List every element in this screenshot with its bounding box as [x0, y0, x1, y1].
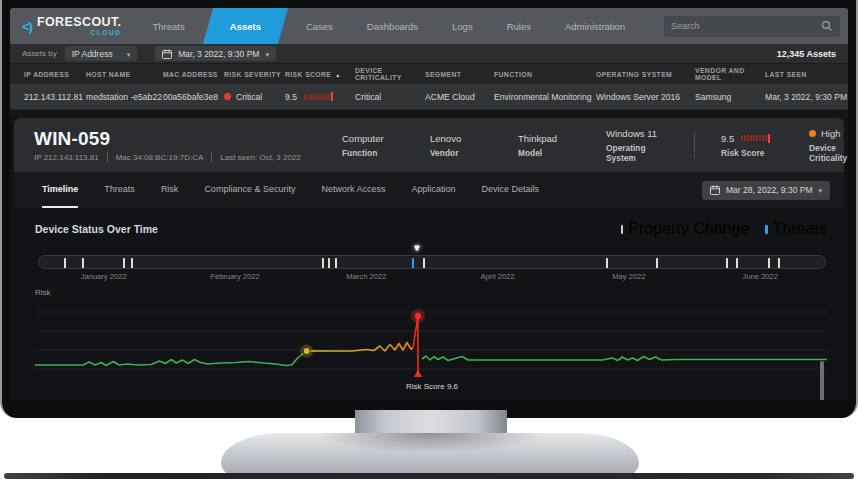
legend: Property ChangeThreats [621, 220, 827, 238]
spike-dot[interactable] [415, 313, 421, 319]
column-header-last-seen[interactable]: LAST SEEN [765, 71, 848, 78]
vertical-scrollbar[interactable] [820, 361, 824, 400]
forescout-logo-text: FORESCOUT. CLOUD [37, 16, 122, 36]
tab-threats[interactable]: Threats [104, 172, 135, 208]
property-change-tick[interactable] [423, 258, 425, 268]
property-label: Device Criticality [809, 143, 848, 163]
property-change-tick[interactable] [64, 258, 66, 268]
cell-mac-address: 00a56bafe3e8 [163, 92, 224, 102]
property-change-tick[interactable] [606, 258, 608, 268]
nav-item-logs[interactable]: Logs [435, 8, 490, 44]
property-divider [694, 131, 695, 159]
property-value: Windows 11 [606, 128, 668, 139]
nav-item-label: Dashboards [367, 21, 418, 32]
timeline-date-value: Mar 28, 2022, 9:30 PM [726, 185, 812, 195]
property-change-tick[interactable] [335, 258, 337, 268]
column-header-segment[interactable]: SEGMENT [425, 71, 494, 78]
timeline-bar[interactable] [38, 255, 826, 269]
month-label: April 2022 [432, 272, 563, 281]
legend-property-change[interactable]: Property Change [621, 220, 749, 238]
legend-label: Threats [773, 220, 827, 238]
property-change-tick[interactable] [778, 258, 780, 268]
cell-value: Environmental Monitoring [494, 92, 591, 102]
property-change-tick[interactable] [656, 258, 658, 268]
top-navbar: <) FORESCOUT. CLOUD ThreatsAssetsCasesDa… [10, 8, 848, 44]
yellow-marker[interactable] [303, 348, 310, 355]
property-change-tick[interactable] [131, 258, 133, 268]
table-header-row: IP ADDRESSHOST NAMEMAC ADDRESSRISK SEVER… [10, 64, 848, 84]
gauge-bar [759, 135, 761, 141]
section-title: Device Status Over Time [35, 223, 158, 235]
column-header-ip-address[interactable]: IP ADDRESS [24, 71, 86, 78]
column-header-vendor-and-model[interactable]: VENDOR AND MODEL [695, 67, 765, 81]
forescout-logo: <) FORESCOUT. CLOUD [10, 8, 135, 44]
property-change-tick[interactable] [726, 258, 728, 268]
spike-triangle-icon [414, 370, 422, 377]
critical-severity-icon [224, 93, 231, 100]
column-header-host-name[interactable]: HOST NAME [86, 71, 163, 78]
threat-tick[interactable] [412, 258, 414, 268]
nav-item-administration[interactable]: Administration [548, 8, 642, 44]
cell-function: Environmental Monitoring [494, 92, 596, 102]
column-header-mac-address[interactable]: MAC ADDRESS [163, 71, 224, 78]
property-change-tick[interactable] [123, 258, 125, 268]
nav-item-rules[interactable]: Rules [490, 8, 548, 44]
tab-risk[interactable]: Risk [161, 172, 179, 208]
section-gap [10, 110, 848, 118]
nav-item-cases[interactable]: Cases [289, 8, 350, 44]
device-mac: Mac 34:08:BC:19:7D:CA [107, 153, 212, 162]
filter-date-dropdown[interactable]: Mar, 3 2022, 9:30 PM [155, 46, 276, 61]
risk-axis-label: Risk [35, 288, 844, 297]
legend-label: Property Change [628, 220, 749, 238]
nav-item-label: Cases [306, 21, 333, 32]
search-icon[interactable] [821, 20, 833, 32]
timeline-position-marker[interactable]: ▼ [413, 243, 422, 253]
tab-compliance-security[interactable]: Compliance & Security [204, 172, 295, 208]
device-subinfo: IP 212.143.113.81 Mac 34:08:BC:19:7D:CA … [34, 153, 334, 162]
column-header-device-criticality[interactable]: DEVICE CRITICALITY [355, 67, 425, 81]
cell-value: Critical [355, 92, 381, 102]
search-input[interactable] [671, 21, 815, 31]
gauge-bar [331, 92, 333, 101]
gauge-bar [750, 135, 752, 141]
chevron-down-icon [818, 185, 822, 195]
tab-device-details[interactable]: Device Details [481, 172, 539, 208]
column-header-function[interactable]: FUNCTION [494, 71, 596, 78]
asset-count: 12,345 Assets [777, 49, 836, 59]
timeline-date-dropdown[interactable]: Mar 28, 2022, 9:30 PM [702, 181, 830, 200]
asset-type-value: IP Address [72, 49, 113, 59]
legend-threats[interactable]: Threats [765, 220, 827, 238]
gauge-bar [744, 135, 746, 141]
cell-last-seen: Mar, 3 2022, 9:30 PM [765, 92, 848, 102]
property-change-tick[interactable] [322, 258, 324, 268]
table-row[interactable]: 212.143.112.81medstation -e5ab2200a56baf… [10, 84, 848, 110]
gauge-bar [765, 135, 767, 141]
tab-network-access[interactable]: Network Access [321, 172, 385, 208]
forescout-logo-icon: <) [22, 19, 32, 34]
risk-annotation-label: Risk Score 9.6 [406, 382, 459, 391]
column-header-operating-system[interactable]: OPERATING SYSTEM [596, 71, 695, 78]
gauge-bar [322, 94, 324, 100]
tabs-row: TimelineThreatsRiskCompliance & Security… [14, 172, 844, 208]
monitor-shadow [4, 473, 854, 479]
nav-menu: ThreatsAssetsCasesDashboardsLogsRulesAdm… [135, 8, 642, 44]
chevron-down-icon [265, 49, 269, 59]
property-change-tick[interactable] [328, 258, 330, 268]
gauge-bar [762, 135, 764, 141]
month-label: March 2022 [301, 272, 432, 281]
property-change-tick[interactable] [768, 258, 770, 268]
tab-application[interactable]: Application [411, 172, 455, 208]
property-label: Risk Score [721, 148, 783, 158]
legend-marker-icon [621, 225, 624, 234]
nav-item-threats[interactable]: Threats [135, 8, 201, 44]
nav-item-dashboards[interactable]: Dashboards [350, 8, 435, 44]
nav-item-assets[interactable]: Assets [203, 8, 288, 44]
column-header-risk-severity[interactable]: RISK SEVERITY [224, 71, 285, 78]
device-properties: ComputerFunctionLenovoVendorThinkpadMode… [342, 128, 848, 163]
tab-timeline[interactable]: Timeline [42, 172, 78, 208]
asset-type-dropdown[interactable]: IP Address [65, 46, 137, 61]
column-header-risk-score[interactable]: RISK SCORE [285, 71, 355, 78]
column-header-label: FUNCTION [494, 71, 532, 78]
property-change-tick[interactable] [82, 258, 84, 268]
property-change-tick[interactable] [736, 258, 738, 268]
